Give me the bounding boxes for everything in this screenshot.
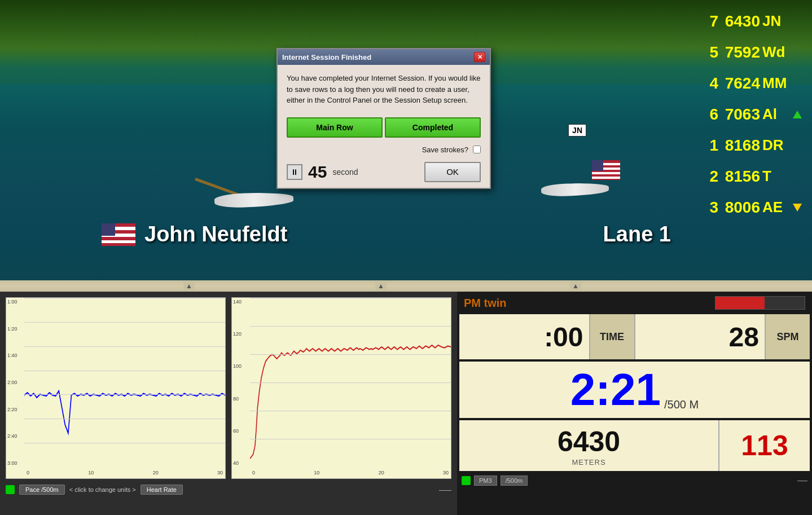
pace-button[interactable]: Pace /500m (19, 485, 65, 495)
y-label: 2:40 (7, 433, 23, 439)
charts-row: 1:00 1:20 1:40 2:00 2:20 2:40 3:00 (6, 297, 451, 479)
green-dot-left (6, 485, 15, 494)
pm-meters-label: METERS (572, 458, 605, 466)
pace-y-axis: 1:00 1:20 1:40 2:00 2:20 2:40 3:00 (6, 298, 24, 467)
dialog: Internet Session Finished ✕ You have com… (276, 48, 491, 189)
pause-button[interactable]: ⏸ (287, 164, 302, 180)
timer-display: 45 (308, 162, 327, 182)
grid-line (250, 354, 451, 355)
pm-watts-box: 113 (719, 420, 810, 471)
y-label: 2:00 (7, 380, 23, 385)
pm-time-value: :00 (459, 314, 589, 359)
pm-pace-value: 2:21 (570, 364, 661, 416)
pm-footer-label-btn[interactable]: PM3 (474, 476, 497, 486)
y-label: 40 (233, 460, 249, 466)
scroll-arrow-left[interactable]: ▲ (183, 280, 195, 292)
pm-pace-unit: /500 M (661, 398, 699, 418)
y-label: 80 (233, 396, 249, 402)
divider: ▲ ▲ ▲ (0, 280, 812, 292)
pm-pace-row: 2:21 /500 M (459, 362, 810, 418)
pm-area: PM twin :00 TIME 28 SPM 2:21 /500 M 6430… (457, 292, 812, 515)
pace-chart-plot (24, 298, 225, 467)
heart-rate-button[interactable]: Heart Rate (141, 485, 183, 495)
pm-watts-value: 113 (741, 429, 788, 462)
grid-line (250, 298, 451, 298)
pm-meters-box: 6430 METERS (459, 420, 719, 471)
scroll-arrow-right[interactable]: ▲ (570, 280, 581, 292)
dialog-close-button[interactable]: ✕ (474, 52, 485, 62)
dialog-title: Internet Session Finished (282, 53, 371, 61)
grid-line (24, 298, 225, 298)
pm-header: PM twin (459, 294, 810, 312)
pm-footer: PM3 /500m — (459, 473, 810, 487)
pm-spm-value: 28 (634, 314, 765, 359)
y-label: 120 (233, 331, 249, 337)
pm-spm-label: SPM (765, 314, 810, 359)
pm-meters-value: 6430 (558, 425, 620, 458)
grid-line (24, 371, 225, 371)
grid-line (250, 439, 451, 439)
pace-x-axis: 0 10 20 30 (24, 467, 225, 478)
grid-line (24, 443, 225, 443)
save-strokes-checkbox[interactable] (473, 146, 481, 153)
dash-text: —— (439, 486, 451, 493)
dialog-titlebar: Internet Session Finished ✕ (278, 49, 490, 65)
grid-line (250, 382, 451, 383)
save-strokes-label: Save strokes? (422, 146, 468, 154)
pm-time-row: :00 TIME 28 SPM (459, 314, 810, 359)
y-label: 1:00 (7, 299, 23, 305)
change-units-text[interactable]: < click to change units > (69, 486, 136, 493)
grid-line (24, 394, 225, 395)
hr-x-axis: 0 10 20 30 (250, 467, 451, 478)
game-area: JN 7 6430 JN 5 7592 Wd 4 7624 MM (0, 0, 812, 280)
y-label: 60 (233, 428, 249, 434)
pm-bottom-row: 6430 METERS 113 (459, 420, 810, 471)
hr-y-axis: 140 120 100 80 60 40 (232, 298, 250, 467)
heart-rate-chart: 140 120 100 80 60 40 (231, 297, 451, 479)
grid-line (250, 411, 451, 411)
dialog-timer-row: ⏸ 45 second OK (278, 159, 490, 188)
pm-progress-fill (716, 297, 765, 309)
y-label: 1:20 (7, 326, 23, 332)
hr-chart-plot (250, 298, 451, 467)
grid-line (250, 326, 451, 327)
charts-area: 1:00 1:20 1:40 2:00 2:20 2:40 3:00 (0, 292, 457, 515)
pace-line-svg (24, 298, 225, 467)
y-label: 3:00 (7, 460, 23, 466)
grid-line (24, 322, 225, 323)
pm-footer-dash: — (797, 474, 807, 486)
ok-btn-container: OK (424, 162, 481, 182)
ok-button[interactable]: OK (424, 162, 481, 182)
pm-title: PM twin (464, 297, 507, 310)
dialog-overlay: Internet Session Finished ✕ You have com… (0, 0, 812, 280)
timer-unit: second (332, 168, 358, 177)
dialog-buttons: Main Row Completed (278, 112, 490, 143)
bottom-panel: 1:00 1:20 1:40 2:00 2:20 2:40 3:00 (0, 292, 812, 515)
grid-line (24, 419, 225, 419)
y-label: 2:20 (7, 407, 23, 412)
completed-button[interactable]: Completed (385, 117, 481, 138)
dialog-body: You have completed your Internet Session… (278, 65, 490, 112)
pace-chart: 1:00 1:20 1:40 2:00 2:20 2:40 3:00 (6, 297, 226, 479)
main-row-button[interactable]: Main Row (287, 117, 383, 138)
pm-footer-unit-btn[interactable]: /500m (501, 476, 528, 486)
charts-toolbar: Pace /500m < click to change units > Hea… (6, 481, 451, 498)
pm-progress-bar (715, 296, 805, 310)
y-label: 1:40 (7, 353, 23, 358)
y-label: 100 (233, 363, 249, 369)
y-label: 140 (233, 299, 249, 305)
grid-line (24, 346, 225, 347)
scroll-arrow-center[interactable]: ▲ (375, 280, 387, 292)
green-dot-pm (462, 476, 471, 485)
dialog-save-row: Save strokes? (278, 143, 490, 159)
pm-time-label: TIME (589, 314, 634, 359)
